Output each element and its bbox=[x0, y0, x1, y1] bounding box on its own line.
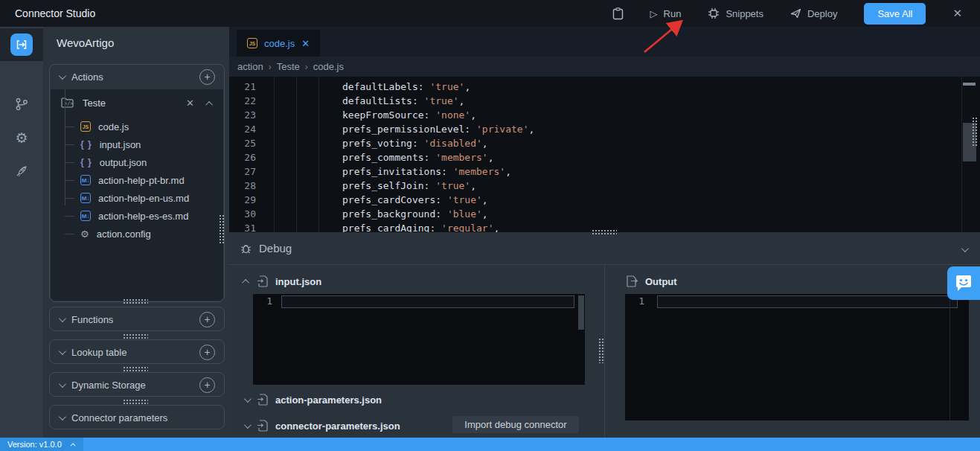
resize-handle-actions[interactable] bbox=[123, 298, 148, 304]
save-all-button[interactable]: Save All bbox=[864, 3, 926, 25]
debug-title: Debug bbox=[259, 242, 292, 255]
debug-input-editor[interactable]: 1 bbox=[253, 294, 585, 385]
breadcrumb-separator: › bbox=[305, 62, 308, 72]
gear-icon: ⚙ bbox=[15, 129, 28, 146]
import-debug-connector-button[interactable]: Import debug connector bbox=[452, 416, 579, 433]
markdown-icon: M↓ bbox=[80, 175, 91, 185]
tree-branch-line bbox=[65, 198, 74, 199]
code-text: prefs_comments: 'members', bbox=[256, 150, 494, 164]
add-action-button[interactable]: + bbox=[199, 69, 215, 85]
gear-icon: ⚙ bbox=[80, 228, 89, 240]
folder-collapse-icon[interactable] bbox=[208, 97, 213, 109]
breadcrumb-item[interactable]: code.js bbox=[313, 61, 344, 72]
close-button[interactable]: ✕ bbox=[952, 7, 962, 20]
project-title: WevoArtigo bbox=[57, 36, 114, 49]
section-add-button[interactable]: + bbox=[199, 345, 215, 360]
line-number: 23 bbox=[229, 108, 256, 122]
debug-section: Debug input.json 1 bbox=[229, 232, 980, 438]
code-line: 23keepFromSource: 'none', bbox=[229, 108, 980, 122]
tree-item-label: input.json bbox=[100, 139, 141, 150]
code-line: 27prefs_invitations: 'members', bbox=[229, 164, 980, 179]
input-scrollbar-thumb[interactable] bbox=[578, 295, 584, 330]
clipboard-icon bbox=[612, 7, 624, 20]
tree-item-action-help-es-es-md[interactable]: M↓action-help-es-es.md bbox=[51, 207, 223, 225]
debug-output-editor[interactable]: 1 bbox=[625, 294, 969, 420]
version-chip[interactable]: Version: v1.0.0 bbox=[0, 438, 83, 451]
json-braces-icon: { } bbox=[80, 157, 92, 167]
settings-button[interactable]: ⚙ bbox=[10, 127, 33, 149]
resize-handle-section[interactable] bbox=[123, 366, 148, 372]
chat-widget-button[interactable] bbox=[947, 266, 980, 300]
deploy-label: Deploy bbox=[807, 8, 837, 19]
tree-item-action-help-pt-br-md[interactable]: M↓action-help-pt-br.md bbox=[51, 171, 223, 189]
tree-item-input-json[interactable]: { }input.json bbox=[51, 135, 223, 153]
file-import-icon bbox=[257, 394, 268, 406]
breadcrumb-item[interactable]: Teste bbox=[277, 61, 300, 72]
code-text: defaultLists: 'true', bbox=[256, 94, 464, 108]
deploy-tab-button[interactable] bbox=[10, 160, 33, 182]
tree-branch-line bbox=[65, 234, 74, 234]
line-number: 1 bbox=[253, 295, 272, 307]
code-text: prefs_voting: 'disabled', bbox=[256, 136, 488, 150]
debug-header[interactable]: Debug bbox=[229, 232, 980, 265]
actions-section-header[interactable]: Actions + bbox=[50, 65, 224, 89]
folder-close-icon[interactable]: ✕ bbox=[186, 97, 194, 109]
input-json-row[interactable]: input.json bbox=[244, 275, 321, 287]
connector-tab-button[interactable] bbox=[10, 33, 33, 56]
code-text: prefs_cardCovers: 'true', bbox=[256, 193, 488, 207]
run-label: Run bbox=[664, 8, 682, 19]
run-button[interactable]: ▷ Run bbox=[650, 8, 682, 19]
tree-item-action-config[interactable]: ⚙action.config bbox=[51, 225, 223, 243]
line-number: 1 bbox=[625, 295, 644, 307]
resize-handle-section[interactable] bbox=[123, 333, 148, 339]
deploy-button[interactable]: Deploy bbox=[790, 8, 837, 19]
section-header[interactable]: Lookup table+ bbox=[50, 340, 224, 364]
chevron-down-icon bbox=[59, 315, 66, 322]
clipboard-button[interactable] bbox=[612, 7, 624, 20]
tab-close-icon[interactable]: ✕ bbox=[301, 38, 310, 49]
current-line-highlight bbox=[281, 295, 574, 308]
resize-handle-debug-split[interactable] bbox=[598, 338, 604, 363]
resize-handle-panel[interactable] bbox=[219, 214, 225, 244]
connector-icon bbox=[15, 38, 28, 51]
section-add-button[interactable]: + bbox=[199, 377, 215, 393]
code-line: 26prefs_comments: 'members', bbox=[229, 150, 980, 164]
chevron-down-icon bbox=[244, 421, 252, 429]
actions-section: Actions + </> Teste ✕ JScode.js{ }input.… bbox=[49, 64, 225, 302]
code-text: defaultLabels: 'true', bbox=[256, 80, 470, 94]
resize-handle-debug[interactable] bbox=[592, 229, 617, 235]
snippets-button[interactable]: Snippets bbox=[708, 7, 763, 19]
chip-icon bbox=[708, 7, 720, 19]
tree-item-label: action.config bbox=[97, 228, 151, 240]
resize-handle-section[interactable] bbox=[123, 399, 148, 405]
chevron-down-icon bbox=[59, 348, 66, 355]
version-control-button[interactable] bbox=[10, 93, 33, 115]
section-header[interactable]: Connector parameters bbox=[50, 406, 224, 429]
tab-code-js[interactable]: JS code.js ✕ bbox=[237, 30, 320, 57]
section-header[interactable]: Dynamic Storage+ bbox=[50, 373, 224, 397]
explorer-panel: WevoArtigo Actions + </> Teste ✕ bbox=[43, 27, 229, 438]
section-label: Lookup table bbox=[71, 347, 126, 358]
tree-item-output-json[interactable]: { }output.json bbox=[51, 153, 223, 171]
resize-handle-right[interactable] bbox=[972, 117, 978, 147]
breadcrumb-item[interactable]: action bbox=[237, 61, 263, 72]
connector-parameters-row[interactable]: connector-parameters.json bbox=[244, 420, 400, 432]
section-add-button[interactable]: + bbox=[199, 312, 215, 327]
section-header[interactable]: Functions+ bbox=[50, 307, 224, 331]
code-editor[interactable]: 2021defaultLabels: 'true',22defaultLists… bbox=[229, 77, 980, 232]
debug-collapse-icon[interactable] bbox=[961, 245, 969, 252]
tree-item-label: output.json bbox=[100, 157, 147, 168]
code-text: keepFromSource: 'none', bbox=[256, 108, 476, 122]
tree-item-action-help-en-us-md[interactable]: M↓action-help-en-us.md bbox=[51, 189, 223, 207]
scrollbar-top-bar bbox=[963, 83, 976, 86]
section-label: Dynamic Storage bbox=[71, 380, 146, 391]
tree-branch-line bbox=[65, 216, 74, 217]
tab-bar: JS code.js ✕ bbox=[229, 27, 980, 57]
tree-item-code-js[interactable]: JScode.js bbox=[51, 118, 223, 135]
output-row: Output bbox=[627, 275, 677, 287]
tree-folder-teste[interactable]: </> Teste ✕ bbox=[51, 94, 223, 112]
tree-item-label: code.js bbox=[98, 121, 129, 132]
actions-section-label: Actions bbox=[71, 71, 103, 83]
action-parameters-row[interactable]: action-parameters.json bbox=[244, 394, 382, 406]
code-line: 29prefs_cardCovers: 'true', bbox=[229, 193, 980, 207]
